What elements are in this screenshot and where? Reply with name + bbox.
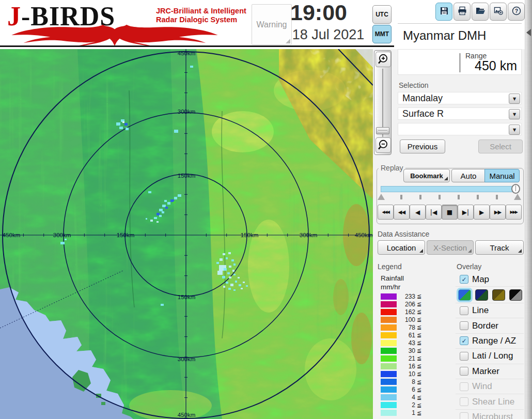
selection-label: Selection: [399, 81, 429, 89]
map-style-navy-darkgreen[interactable]: [475, 289, 488, 301]
range-ring-label: 300km: [178, 108, 196, 115]
panel-collapse-strip[interactable]: [525, 0, 532, 419]
selection-dropdown-1[interactable]: Mandalay▼: [398, 92, 522, 104]
range-ring-label: 300km: [300, 232, 318, 238]
overlay-item-line[interactable]: Line: [456, 303, 524, 318]
replay-tickmark: [419, 195, 421, 199]
zoom-slider-handle[interactable]: [376, 127, 389, 134]
selection-dropdown-2[interactable]: Surface R▼: [398, 107, 522, 120]
checkbox-microburst[interactable]: [460, 412, 468, 419]
auto-button[interactable]: Auto: [451, 169, 486, 182]
overlay-item-wind[interactable]: Wind: [456, 379, 524, 394]
range-ring-label: 450km: [3, 232, 21, 238]
open-folder-button[interactable]: [472, 3, 489, 21]
rewind-fast-button[interactable]: ◀◀◀: [378, 205, 394, 220]
forward-fast-button[interactable]: ▶▶▶: [506, 205, 522, 220]
stop-button[interactable]: ■: [442, 205, 458, 220]
play-button[interactable]: ▶: [474, 205, 490, 220]
legend-row: 6≦: [378, 386, 425, 394]
overlay-item-label: Map: [472, 274, 489, 285]
checkbox-border[interactable]: [460, 321, 468, 330]
step-forward-button[interactable]: ▶|: [458, 205, 474, 220]
legend-row: 8≦: [378, 378, 425, 386]
select-button: Select: [478, 139, 523, 153]
checkbox-shear-line[interactable]: [460, 397, 468, 406]
check-icon: ✓: [461, 276, 466, 283]
manual-button[interactable]: Manual: [484, 169, 520, 182]
checkbox-range-az[interactable]: ✓: [460, 336, 468, 345]
legend-color-swatch: [381, 293, 397, 300]
selection-dropdown-3-open-button[interactable]: ▼: [509, 125, 520, 135]
rewind-fast-icon: ◀◀◀: [382, 210, 389, 214]
chevron-down-icon: ▼: [513, 128, 516, 132]
bookmark-button[interactable]: Bookmark: [403, 169, 450, 182]
range-ring-label: 150km: [117, 232, 135, 238]
legend-color-swatch: [381, 355, 397, 362]
less-equal-symbol: ≦: [417, 402, 421, 409]
overlay-item-shear-line[interactable]: Shear Line: [456, 394, 524, 409]
step-backward-button[interactable]: |◀: [426, 205, 442, 220]
legend-color-swatch: [381, 394, 397, 400]
checkbox-marker[interactable]: [460, 367, 468, 376]
replay-start-marker[interactable]: [378, 194, 385, 200]
overlay-item-range-az[interactable]: ✓Range / AZ: [456, 333, 524, 348]
help-button[interactable]: ?: [508, 3, 525, 21]
overlay-item-label: Line: [472, 305, 489, 316]
overlay-item-label: Microburst: [472, 412, 513, 419]
replay-end-marker[interactable]: [514, 194, 521, 200]
less-equal-symbol: ≦: [417, 316, 421, 323]
selection-dropdown-2-value: Surface R: [402, 108, 444, 119]
checkbox-line[interactable]: [460, 306, 468, 315]
rewind-button[interactable]: ◀◀: [394, 205, 410, 220]
legend-value: 30: [398, 347, 415, 354]
timezone-mmt-button[interactable]: MMT: [372, 25, 392, 43]
range-ring-label: 150km: [178, 294, 196, 300]
overlay-item-map[interactable]: ✓Map: [456, 272, 524, 286]
legend-row: 78≦: [378, 323, 425, 331]
forward-button[interactable]: ▶▶: [490, 205, 506, 220]
timezone-utc-button[interactable]: UTC: [372, 5, 392, 24]
selection-dropdown-3[interactable]: ▼: [398, 123, 522, 135]
overlay-item-border[interactable]: Border: [456, 318, 524, 333]
save-button[interactable]: [435, 3, 452, 21]
legend-row: 61≦: [378, 331, 425, 339]
overlay-item-label: Border: [472, 321, 498, 331]
previous-button[interactable]: Previous: [400, 139, 445, 153]
print-button[interactable]: [453, 3, 471, 21]
checkbox-lati-long[interactable]: [460, 352, 468, 361]
overlay-item-microburst[interactable]: Microburst: [456, 409, 524, 419]
legend-color-swatch: [381, 332, 397, 338]
legend-row: 43≦: [378, 339, 425, 347]
checkbox-map[interactable]: ✓: [460, 275, 468, 284]
overlay-item-lati-long[interactable]: Lati / Long: [456, 348, 524, 363]
x-section-button[interactable]: X-Section: [427, 240, 474, 255]
less-equal-symbol: ≦: [417, 339, 421, 346]
legend-label: Legend: [378, 262, 402, 271]
radar-map[interactable]: 450km300km150km150km300km450km450km300km…: [0, 49, 373, 419]
replay-progress-track[interactable]: [381, 186, 513, 192]
map-style-blue-green[interactable]: [458, 289, 471, 301]
map-style-olive[interactable]: [492, 289, 505, 301]
play-backward-button[interactable]: ◀: [410, 205, 426, 220]
less-equal-symbol: ≦: [417, 301, 421, 307]
add-image-button[interactable]: [490, 3, 507, 21]
replay-slider-thumb[interactable]: [511, 184, 520, 194]
legend-value: 2: [398, 401, 415, 409]
selection-dropdown-2-open-button[interactable]: ▼: [509, 109, 520, 119]
checkbox-wind[interactable]: [460, 382, 468, 391]
selection-dropdown-1-open-button[interactable]: ▼: [509, 94, 520, 104]
overlay-item-marker[interactable]: Marker: [456, 364, 524, 379]
zoom-out-button[interactable]: [375, 137, 391, 153]
track-button[interactable]: Track: [475, 240, 524, 255]
legend-color-swatch: [381, 309, 397, 315]
play-backward-icon: ◀: [415, 209, 420, 216]
location-button[interactable]: Location: [378, 240, 425, 255]
legend-unit-line2: mm/hr: [381, 283, 400, 291]
map-style-black-gray[interactable]: [509, 289, 522, 301]
collapse-left-arrow-icon[interactable]: [526, 29, 531, 36]
legend-value: 162: [398, 308, 415, 316]
overlay-item-label: Lati / Long: [472, 351, 513, 361]
clock-time: 19:00: [277, 0, 360, 25]
zoom-in-button[interactable]: [375, 52, 391, 67]
site-name-field: Myanmar DMH: [398, 25, 522, 45]
